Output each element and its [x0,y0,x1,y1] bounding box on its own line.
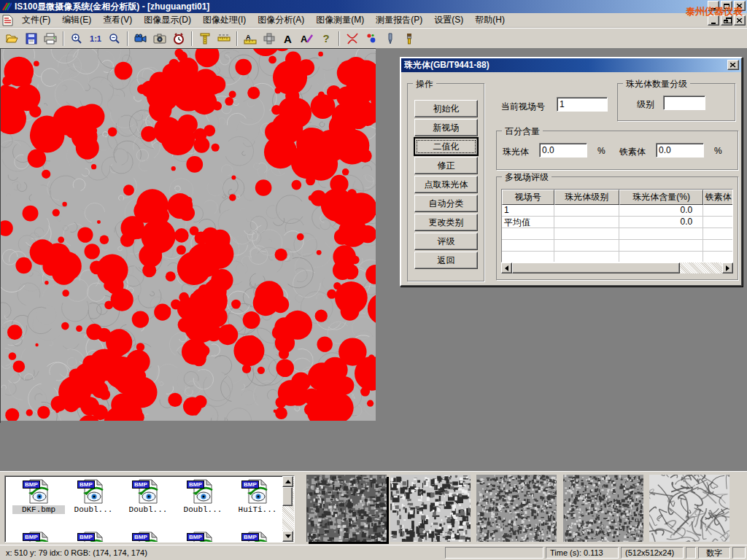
child-minimize-button[interactable] [708,15,719,26]
dialog-title-bar[interactable]: 珠光体(GB/T9441-88) [401,58,741,72]
file-name[interactable]: Doubl... [67,505,120,514]
camera-button[interactable] [150,30,169,47]
menu-file[interactable]: 文件(F) [16,12,56,28]
scroll-up-button[interactable] [282,476,293,487]
table-row[interactable]: 平均值 0.0 [502,217,732,228]
child-close-button[interactable] [734,15,746,26]
video-camera-icon [134,34,147,44]
file-item[interactable]: BMP [12,532,65,542]
pick-pearlite-button[interactable]: 点取珠光体 [414,176,478,193]
file-name[interactable]: DKF.bmp [12,505,65,514]
scroll-left-button[interactable] [501,262,512,273]
file-item[interactable]: BMP [122,532,174,542]
level-input[interactable] [663,96,705,110]
maximize-button[interactable] [721,1,732,11]
metallograph-image[interactable] [1,49,376,421]
caliper-button[interactable] [196,30,214,47]
col-pearlite-content[interactable]: 珠光体含量(%) [619,190,703,205]
thumbnail-1[interactable] [306,475,387,542]
current-field-input[interactable] [557,97,608,112]
particles-icon [365,33,377,44]
grade-button[interactable]: 评级 [414,233,478,250]
ferrite-label: 铁素体 [619,146,646,158]
grid-button[interactable] [260,30,279,47]
annotate-button[interactable]: A [298,30,317,47]
menu-image-display[interactable]: 图像显示(D) [138,12,197,28]
level-label: 级别 [637,98,654,111]
thumbnail-3[interactable] [476,475,557,542]
help-button[interactable]: ? [317,30,336,47]
menu-image-measure[interactable]: 图像测量(M) [310,12,370,28]
thumbnail-2[interactable] [390,475,471,542]
menu-settings[interactable]: 设置(S) [428,12,469,28]
binarize-button[interactable]: 二值化 [414,138,478,155]
open-button[interactable] [3,30,22,47]
new-field-button[interactable]: 新视场 [414,119,478,136]
file-item[interactable]: BMP [67,532,120,542]
scrollbar-track[interactable] [282,506,294,531]
minimize-button[interactable] [708,1,719,11]
file-item[interactable]: BMP Doubl... [177,479,229,514]
file-name[interactable]: Doubl... [177,505,229,514]
scrollbar-thumb[interactable] [282,487,293,506]
actual-size-button[interactable]: 1:1 [86,30,105,47]
zoom-in-button[interactable] [67,30,86,47]
menu-view[interactable]: 查看(V) [97,12,138,28]
file-item[interactable]: BMP DKF.bmp [12,479,65,514]
file-item[interactable]: BMP Doubl... [122,479,174,514]
toolbar-separator [63,31,64,46]
clock-button[interactable] [169,30,188,47]
pen-tool-button[interactable] [381,30,400,47]
print-button[interactable] [41,30,60,47]
close-button[interactable] [734,1,746,11]
thumbnail-4[interactable] [563,475,643,542]
brush-tool-button[interactable] [400,30,419,47]
col-field-no[interactable]: 视场号 [502,190,554,205]
thumbnail-5[interactable] [649,475,729,542]
file-item[interactable]: BMP [231,532,284,542]
menu-image-analysis[interactable]: 图像分析(A) [252,12,310,28]
annotate-icon: A [301,33,314,44]
svg-text:A: A [284,33,292,44]
table-row-empty [502,252,732,262]
col-pearlite-grade[interactable]: 珠光体级别 [554,190,619,205]
pearlite-dialog: 珠光体(GB/T9441-88) 操作 初始化 新视场 二值化 修正 点取珠光体… [400,57,743,287]
text-button[interactable]: A [279,30,298,47]
child-restore-button[interactable] [721,15,732,26]
table-row[interactable]: 1 0.0 [502,205,732,217]
particles-button[interactable] [362,30,381,47]
file-item[interactable]: BMP HuiTi... [231,479,284,514]
ruler-button[interactable] [214,30,233,47]
file-name[interactable]: Doubl... [122,505,174,514]
table-row-empty [502,240,732,252]
menu-measure-report[interactable]: 测量报告(P) [370,12,428,28]
change-class-button[interactable]: 更改类别 [414,214,478,231]
correct-button[interactable]: 修正 [414,157,478,174]
save-button[interactable] [22,30,41,47]
col-ferrite[interactable]: 铁素体 [703,190,732,205]
pearlite-percent-input[interactable] [539,143,587,158]
toolbar-separator [191,31,193,46]
measure-text-button[interactable]: A [241,30,260,47]
save-icon [26,33,37,44]
file-item[interactable]: BMP Doubl... [67,479,120,514]
initialize-button[interactable]: 初始化 [414,100,478,117]
help-icon: ? [322,32,329,44]
return-button[interactable]: 返回 [414,252,478,269]
scroll-down-button[interactable] [282,531,293,542]
video-camera-button[interactable] [131,30,150,47]
restore-icon [724,20,728,23]
scrollbar-thumb[interactable] [512,262,680,273]
dialog-close-button[interactable] [727,60,739,70]
scrollbar-track[interactable] [680,262,722,273]
file-item[interactable]: BMP [177,532,229,542]
menu-help[interactable]: 帮助(H) [469,12,511,28]
ferrite-percent-input[interactable] [656,143,704,158]
scroll-right-button[interactable] [722,262,733,273]
zoom-out-button[interactable] [105,30,124,47]
file-name[interactable]: HuiTi... [231,505,284,514]
curve-tool-button[interactable] [343,30,362,47]
menu-image-processing[interactable]: 图像处理(I) [197,12,252,28]
menu-edit[interactable]: 编辑(E) [56,12,97,28]
auto-classify-button[interactable]: 自动分类 [414,195,478,212]
